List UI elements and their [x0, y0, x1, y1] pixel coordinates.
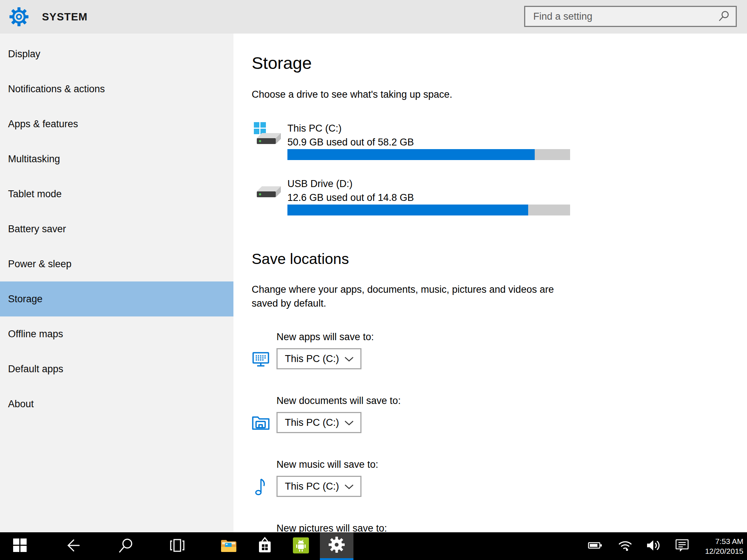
android-icon [293, 537, 309, 555]
music-note-icon [252, 476, 270, 497]
taskbar: 7:53 AM 12/20/2015 [0, 532, 747, 560]
settings-app-button[interactable] [320, 532, 353, 560]
sidebar-item-display[interactable]: Display [0, 36, 233, 71]
drive-info: This PC (C:) 50.9 GB used out of 58.2 GB [287, 121, 570, 160]
dropdown-value: This PC (C:) [285, 417, 339, 428]
sidebar-item-default-apps[interactable]: Default apps [0, 351, 233, 386]
page-header-title: SYSTEM [42, 11, 88, 23]
settings-gear-icon [329, 537, 345, 554]
volume-tray-button[interactable] [640, 532, 667, 560]
start-button[interactable] [4, 532, 36, 560]
clock-time: 7:53 AM [715, 536, 743, 546]
action-center-button[interactable] [669, 532, 695, 560]
search-input[interactable] [527, 11, 718, 22]
save-location-row-music: New music will save to: This PC (C:) [252, 458, 747, 497]
battery-icon [588, 541, 603, 551]
battery-tray-button[interactable] [582, 532, 608, 560]
action-center-icon [675, 538, 689, 554]
search-magnifier-icon[interactable] [718, 11, 730, 22]
drive-name: This PC (C:) [287, 121, 570, 135]
taskbar-clock[interactable]: 7:53 AM 12/20/2015 [705, 532, 743, 560]
settings-window: SYSTEM Display Notifications & actions A… [0, 0, 747, 560]
sidebar-item-apps-features[interactable]: Apps & features [0, 106, 233, 141]
dropdown-value: This PC (C:) [285, 481, 339, 492]
drive-row-c[interactable]: This PC (C:) 50.9 GB used out of 58.2 GB [252, 121, 747, 160]
store-icon [257, 537, 273, 556]
wifi-tray-button[interactable] [612, 532, 638, 560]
chevron-down-icon [344, 481, 354, 492]
apps-save-location-dropdown[interactable]: This PC (C:) [276, 348, 361, 369]
save-row-label: New music will save to: [252, 458, 747, 471]
settings-gear-logo-icon [9, 7, 28, 26]
back-icon [65, 537, 82, 556]
save-row-label: New apps will save to: [252, 330, 747, 344]
sidebar-item-power-sleep[interactable]: Power & sleep [0, 246, 233, 281]
find-a-setting-searchbox[interactable] [524, 6, 737, 27]
task-view-icon [169, 537, 186, 555]
drive-info: USB Drive (D:) 12.6 GB used out of 14.8 … [287, 177, 570, 215]
music-save-location-dropdown[interactable]: This PC (C:) [276, 476, 361, 497]
start-icon [13, 538, 27, 554]
save-row-label: New pictures will save to: [252, 521, 747, 532]
file-explorer-button[interactable] [212, 532, 245, 560]
main-content: Storage Choose a drive to see what's tak… [233, 34, 747, 532]
page-title: Storage [252, 53, 747, 73]
task-view-button[interactable] [161, 532, 194, 560]
android-app-button[interactable] [285, 532, 317, 560]
sidebar-item-battery-saver[interactable]: Battery saver [0, 211, 233, 246]
save-location-row-pictures: New pictures will save to: This PC (C:) [252, 521, 747, 532]
save-locations-description: Change where your apps, documents, music… [252, 283, 573, 310]
store-button[interactable] [248, 532, 281, 560]
clock-date: 12/20/2015 [705, 546, 743, 556]
save-location-row-apps: New apps will save to: T [252, 330, 747, 369]
drive-usage-bar [287, 149, 570, 160]
volume-icon [646, 539, 662, 553]
sidebar-item-offline-maps[interactable]: Offline maps [0, 316, 233, 351]
back-button[interactable] [57, 532, 90, 560]
file-explorer-icon [220, 538, 237, 554]
chevron-down-icon [344, 353, 354, 365]
chevron-down-icon [344, 417, 354, 428]
header: SYSTEM [0, 0, 747, 34]
documents-folder-icon [252, 412, 270, 433]
apps-monitor-icon [252, 349, 270, 369]
drive-usage-bar-fill [287, 149, 535, 160]
documents-save-location-dropdown[interactable]: This PC (C:) [276, 412, 361, 433]
system-drive-icon [252, 121, 282, 145]
usb-drive-icon [252, 177, 282, 200]
dropdown-value: This PC (C:) [285, 353, 339, 365]
page-subtitle: Choose a drive to see what's taking up s… [252, 88, 747, 101]
search-icon [118, 537, 135, 555]
sidebar-item-about[interactable]: About [0, 386, 233, 421]
wifi-icon [618, 540, 633, 553]
drive-usage: 50.9 GB used out of 58.2 GB [287, 135, 570, 149]
drive-usage-bar-fill [287, 205, 528, 215]
sidebar-item-multitasking[interactable]: Multitasking [0, 141, 233, 176]
drive-name: USB Drive (D:) [287, 177, 570, 191]
sidebar: Display Notifications & actions Apps & f… [0, 34, 233, 532]
save-location-row-documents: New documents will save to: This PC (C:) [252, 394, 747, 433]
save-locations-title: Save locations [252, 249, 747, 269]
drive-row-d[interactable]: USB Drive (D:) 12.6 GB used out of 14.8 … [252, 177, 747, 215]
sidebar-item-storage[interactable]: Storage [0, 281, 233, 316]
drive-usage: 12.6 GB used out of 14.8 GB [287, 191, 570, 205]
drive-usage-bar [287, 205, 570, 215]
sidebar-item-notifications-actions[interactable]: Notifications & actions [0, 71, 233, 106]
taskbar-search-button[interactable] [110, 532, 143, 560]
sidebar-item-tablet-mode[interactable]: Tablet mode [0, 176, 233, 211]
save-row-label: New documents will save to: [252, 394, 747, 408]
